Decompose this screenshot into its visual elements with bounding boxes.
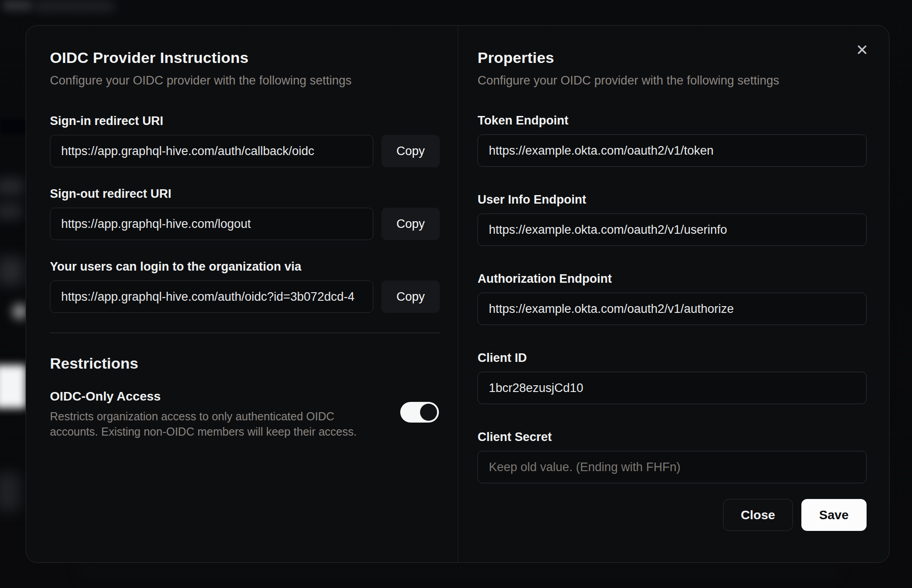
oidc-only-access-toggle[interactable] (400, 402, 439, 423)
org-login-label: Your users can login to the organization… (50, 260, 440, 274)
background-blur-artifact (13, 304, 27, 319)
properties-column: ✕ Properties Configure your OIDC provide… (458, 26, 889, 562)
signin-redirect-field: Sign-in redirect URI Copy (50, 114, 440, 167)
authorization-endpoint-field: Authorization Endpoint (478, 272, 867, 325)
page-background: OIDC Provider Instructions Configure you… (0, 0, 912, 588)
left-column-divider (50, 333, 440, 333)
copy-signout-button[interactable]: Copy (381, 208, 440, 240)
client-secret-input[interactable] (478, 451, 867, 483)
oidc-only-access-label: OIDC-Only Access (50, 389, 400, 404)
background-blur-artifact (3, 0, 31, 11)
copy-org-login-button[interactable]: Copy (381, 281, 440, 313)
save-button[interactable]: Save (801, 499, 867, 531)
instructions-subtitle: Configure your OIDC provider with the fo… (50, 74, 440, 88)
authorization-endpoint-input[interactable] (478, 293, 867, 325)
token-endpoint-input[interactable] (478, 134, 867, 167)
org-login-field: Your users can login to the organization… (50, 260, 440, 313)
background-blur-artifact (0, 365, 26, 408)
token-endpoint-label: Token Endpoint (478, 114, 867, 128)
background-blur-artifact (0, 203, 22, 219)
background-blur-artifact (0, 178, 23, 195)
background-blur-artifact (0, 473, 20, 511)
client-id-field: Client ID (478, 351, 867, 404)
dialog-actions: Close Save (478, 499, 867, 531)
userinfo-endpoint-input[interactable] (478, 214, 867, 246)
org-login-input[interactable] (50, 281, 373, 313)
properties-title: Properties (478, 49, 867, 67)
token-endpoint-field: Token Endpoint (478, 114, 867, 167)
instructions-title: OIDC Provider Instructions (50, 49, 440, 67)
close-icon[interactable]: ✕ (851, 39, 873, 61)
authorization-endpoint-label: Authorization Endpoint (478, 272, 867, 286)
toggle-knob (420, 404, 437, 421)
oidc-only-access-row: OIDC-Only Access Restricts organization … (50, 389, 440, 440)
background-blur-artifact (33, 1, 114, 11)
modal-shadow (76, 563, 841, 581)
oidc-provider-dialog: OIDC Provider Instructions Configure you… (26, 25, 890, 563)
signin-redirect-input[interactable] (50, 135, 373, 167)
client-id-input[interactable] (478, 372, 867, 404)
background-blur-artifact (0, 120, 27, 134)
userinfo-endpoint-field: User Info Endpoint (478, 193, 867, 246)
properties-subtitle: Configure your OIDC provider with the fo… (478, 74, 867, 88)
oidc-only-access-description: Restricts organization access to only au… (50, 409, 369, 440)
signout-redirect-input[interactable] (50, 208, 373, 240)
background-blur-artifact (0, 257, 23, 285)
signout-redirect-label: Sign-out redirect URI (50, 187, 440, 201)
signout-redirect-field: Sign-out redirect URI Copy (50, 187, 440, 240)
userinfo-endpoint-label: User Info Endpoint (478, 193, 867, 207)
instructions-column: OIDC Provider Instructions Configure you… (26, 26, 458, 562)
copy-signin-button[interactable]: Copy (381, 135, 440, 167)
restrictions-title: Restrictions (50, 355, 440, 372)
client-id-label: Client ID (478, 351, 867, 365)
close-button[interactable]: Close (723, 499, 792, 531)
client-secret-label: Client Secret (478, 430, 867, 444)
client-secret-field: Client Secret (478, 430, 867, 483)
signin-redirect-label: Sign-in redirect URI (50, 114, 440, 128)
